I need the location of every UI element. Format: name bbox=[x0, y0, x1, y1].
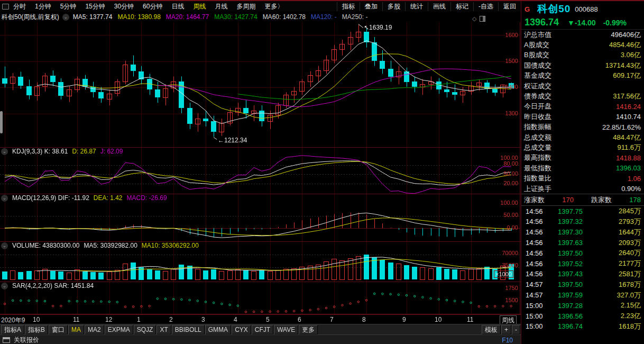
x-axis-label: 1 bbox=[137, 316, 141, 323]
period-menu-item[interactable]: 多周期 bbox=[236, 2, 255, 11]
stat-label: 总成交量 bbox=[524, 143, 551, 152]
tool-menu-item[interactable]: 多股 bbox=[382, 2, 405, 11]
linked-quote-label[interactable]: 关联报价 bbox=[14, 336, 39, 344]
indicator-button[interactable]: WAVE bbox=[274, 325, 298, 334]
tick-row[interactable]: 14:561397.752845万 bbox=[521, 206, 644, 216]
stock-header: G 科创50 000688 bbox=[521, 1, 644, 16]
advancers-value: 170 bbox=[562, 196, 574, 204]
period-menu-item[interactable]: 30分钟 bbox=[114, 2, 134, 11]
stat-row: 指数振幅22.85/1.62% bbox=[521, 122, 644, 132]
price-row: 1396.74 ▼-14.00 -0.99% bbox=[521, 16, 644, 30]
stat-row: 指数量比1.06 bbox=[521, 173, 644, 183]
x-axis: 周线 2020年91011121234567891011 bbox=[0, 314, 521, 324]
period-menu-item[interactable]: 1分钟 bbox=[35, 2, 51, 11]
x-axis-label: 4 bbox=[234, 316, 237, 323]
stat-label: 指数量比 bbox=[524, 174, 551, 183]
indicator-button[interactable]: MA2 bbox=[85, 325, 104, 334]
stat-row: 总成交额484.47亿 bbox=[521, 132, 644, 142]
collapse-chevron-icon[interactable]: ⌄ bbox=[1, 148, 8, 155]
tool-menu-item[interactable]: 指标 bbox=[337, 2, 360, 11]
indicator-button[interactable]: CFJT bbox=[252, 325, 273, 334]
x-axis-label: 10 bbox=[33, 316, 40, 323]
app-icon[interactable] bbox=[2, 4, 9, 10]
tick-row[interactable]: 14:561397.322793万 bbox=[521, 216, 644, 227]
stat-value: 1.06 bbox=[628, 175, 641, 183]
period-menu-item[interactable]: 15分钟 bbox=[85, 2, 105, 11]
chart-canvas[interactable] bbox=[0, 22, 521, 314]
collapse-chevron-icon[interactable]: ⌄ bbox=[1, 283, 8, 289]
collapse-chevron-icon[interactable]: ⌄ bbox=[62, 14, 69, 21]
tick-row[interactable]: 15:001396.741618万 bbox=[521, 321, 644, 332]
period-menu-item[interactable]: 月线 bbox=[215, 2, 227, 11]
tick-row[interactable]: 14:561397.632093万 bbox=[521, 238, 644, 248]
quote-panel: G 科创50 000688 1396.74 ▼-14.00 -0.99% 沪总市… bbox=[521, 1, 644, 344]
toolbar-button[interactable]: 模板 bbox=[482, 325, 501, 334]
tick-time: 14:56 bbox=[526, 249, 553, 257]
period-menu-item[interactable]: 60分钟 bbox=[143, 2, 162, 11]
toolbar-button[interactable]: 窗口 bbox=[49, 325, 68, 334]
stat-value: 3.06亿 bbox=[621, 50, 641, 60]
stat-value: 1418.88 bbox=[616, 154, 641, 162]
toolbar-button[interactable]: + bbox=[501, 325, 511, 334]
volume-value: MA5: 30392982.00 bbox=[84, 242, 137, 249]
tick-price: 1397.50 bbox=[553, 280, 596, 288]
tool-menu-item[interactable]: 统计 bbox=[405, 2, 428, 11]
tick-time: 14:56 bbox=[526, 218, 553, 225]
tool-menu-item[interactable]: 画线 bbox=[428, 2, 450, 11]
indicator-button[interactable]: 更多 bbox=[299, 325, 318, 334]
tool-menu-item[interactable]: -自选 bbox=[473, 2, 498, 11]
indicator-button[interactable]: CYX bbox=[232, 325, 251, 334]
tick-row[interactable]: 15:001396.562.23亿 bbox=[521, 311, 644, 321]
tick-row[interactable]: 14:561397.522177万 bbox=[521, 258, 644, 269]
x-axis-label: 11 bbox=[467, 316, 473, 323]
period-menu-item[interactable]: 5分钟 bbox=[60, 2, 77, 11]
period-menu-item[interactable]: 周线 bbox=[193, 2, 206, 11]
toolbar-button[interactable]: 指标A bbox=[1, 325, 24, 334]
diamond-icon[interactable]: ◇ bbox=[472, 15, 476, 22]
tick-price: 1397.59 bbox=[553, 291, 596, 299]
stat-value: 496406亿 bbox=[611, 30, 641, 40]
f10-link[interactable]: F10 bbox=[502, 337, 513, 344]
stock-name[interactable]: 科创50 bbox=[537, 2, 571, 16]
period-menu-item[interactable]: 更多〉 bbox=[264, 2, 283, 11]
tick-row[interactable]: 14:561397.432581万 bbox=[521, 269, 644, 279]
window-icon[interactable] bbox=[3, 337, 10, 343]
tick-row[interactable]: 14:571397.501678万 bbox=[521, 279, 644, 290]
tick-price: 1397.32 bbox=[553, 218, 596, 225]
stat-label: 最高指数 bbox=[524, 153, 551, 162]
tool-menu-item[interactable]: 返回 bbox=[498, 2, 521, 11]
tick-row[interactable]: 14:561397.301644万 bbox=[521, 227, 644, 238]
ma-value: MA20: 1464.77 bbox=[166, 13, 209, 21]
tick-row[interactable]: 14:561397.502640万 bbox=[521, 248, 644, 258]
indicator-button[interactable]: SQJZ bbox=[134, 325, 157, 334]
tick-row[interactable]: 15:001397.282.15亿 bbox=[521, 300, 644, 311]
stat-row: 昨日收盘1410.74 bbox=[521, 112, 644, 122]
split-pane-icon[interactable] bbox=[480, 16, 485, 22]
tool-menu-item[interactable]: 叠加 bbox=[360, 2, 382, 11]
tick-price: 1397.63 bbox=[553, 239, 596, 247]
collapse-chevron-icon[interactable]: ⌄ bbox=[1, 242, 8, 249]
indicator-button[interactable]: EXPMA bbox=[105, 325, 133, 334]
period-menu-item[interactable]: 日线 bbox=[171, 2, 184, 11]
indicator-button[interactable]: BBIBOLL bbox=[172, 325, 205, 334]
collapse-chevron-icon[interactable]: ⌄ bbox=[1, 195, 8, 202]
tool-menu-item[interactable]: 标记 bbox=[450, 2, 473, 11]
tick-volume: 2793万 bbox=[596, 217, 641, 227]
tick-list: 14:561397.752845万14:561397.322793万14:561… bbox=[521, 206, 644, 332]
period-menu-item[interactable]: 分时 bbox=[13, 2, 26, 11]
tick-row[interactable]: 14:571397.59327.0万 bbox=[521, 290, 644, 301]
toolbar-button[interactable]: - bbox=[512, 325, 520, 334]
tick-price: 1397.52 bbox=[553, 260, 596, 268]
stat-value: 4854.46亿 bbox=[609, 40, 641, 50]
stat-label: 权证成交 bbox=[524, 82, 551, 91]
tick-price: 1397.30 bbox=[553, 228, 596, 236]
toolbar-button[interactable]: 指标B bbox=[25, 325, 48, 334]
kdj-header: ⌄KDJ(9,3,3) K: 38.61D: 26.87J: 62.09 bbox=[1, 147, 127, 156]
indicator-button[interactable]: MA bbox=[68, 325, 84, 334]
trading-terminal: 分时1分钟5分钟15分钟30分钟60分钟日线周线月线多周期更多〉 指标叠加多股统… bbox=[0, 0, 644, 344]
indicator-button[interactable]: GMMA bbox=[205, 325, 231, 334]
indicator-button[interactable]: XT bbox=[157, 325, 171, 334]
tick-time: 15:00 bbox=[526, 322, 553, 330]
stat-value: 484.47亿 bbox=[613, 133, 641, 142]
left-scroll-thumb[interactable] bbox=[0, 111, 3, 133]
